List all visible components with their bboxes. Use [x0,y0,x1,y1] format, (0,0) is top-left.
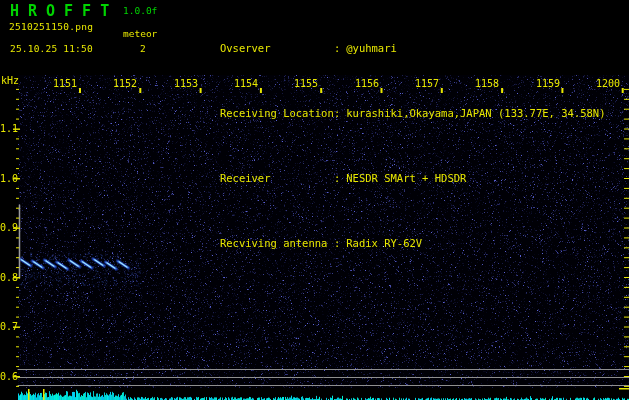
time-label-1157: 1157 [407,78,447,89]
meteor-count: 2 [140,43,146,54]
time-label-1153: 1153 [166,78,206,89]
time-label-1151: 1151 [45,78,85,89]
app-version: 1.0.0f [123,5,157,16]
mode-label: meteor [123,28,157,39]
freq-label-0.8: 0.8 [0,272,18,283]
time-label-1155: 1155 [286,78,326,89]
colon: : [334,42,340,54]
hrofft-window: HROFFT 1.0.0f 2510251150.png meteor 25.1… [0,0,629,400]
freq-label-0.6: 0.6 [0,371,18,382]
colon: : [334,237,340,249]
time-label-1154: 1154 [226,78,266,89]
freq-label-1.1: 1.1 [0,123,18,134]
location-value: kurashiki,Okayama,JAPAN (133.77E, 34.58N… [346,107,605,119]
time-label-1156: 1156 [347,78,387,89]
location-line: Receiving Location:kurashiki,Okayama,JAP… [182,94,605,133]
freq-unit-label: kHz [1,75,19,86]
app-title: HROFFT [10,2,118,20]
station-info-block: Ovserver:@yuhmari Receiving Location:kur… [182,3,605,289]
observer-label: Ovserver [220,42,334,55]
antenna-value: Radix RY-62V [346,237,422,249]
datetime-label: 25.10.25 11:50 [10,43,93,54]
receiver-line: Receiver:NESDR SMArt + HDSDR [182,159,605,198]
time-label-1152: 1152 [105,78,145,89]
colon: : [334,107,340,119]
freq-label-1.0: 1.0 [0,173,18,184]
freq-label-0.9: 0.9 [0,222,18,233]
receiver-label: Receiver [220,172,334,185]
time-label-1200: 1200 [588,78,628,89]
location-label: Receiving Location [220,107,334,120]
freq-label-0.7: 0.7 [0,321,18,332]
colon: : [334,172,340,184]
receiver-value: NESDR SMArt + HDSDR [346,172,466,184]
time-label-1159: 1159 [528,78,568,89]
time-label-1158: 1158 [467,78,507,89]
antenna-line: Recviving antenna:Radix RY-62V [182,224,605,263]
antenna-label: Recviving antenna [220,237,334,250]
output-filename: 2510251150.png [9,21,93,32]
observer-line: Ovserver:@yuhmari [182,29,605,68]
observer-value: @yuhmari [346,42,397,54]
